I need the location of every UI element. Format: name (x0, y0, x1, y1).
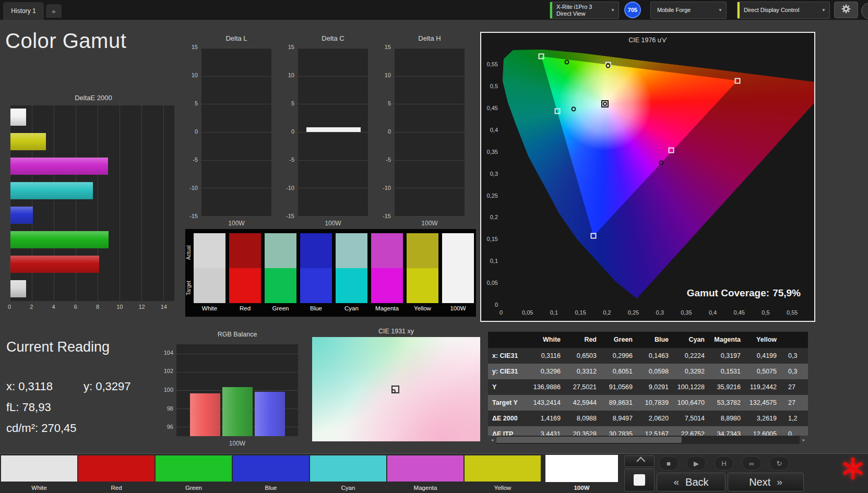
delta-gridline (395, 188, 465, 188)
meter-dropdown[interactable]: X-Rite i1Pro 3 Direct View ▼ (550, 2, 619, 19)
swatch-label: Green (265, 305, 296, 311)
table-cell: 34,7343 (709, 426, 745, 436)
delta-gridline (298, 188, 368, 188)
rgb-y-tick-label: 100 (163, 387, 173, 393)
measuring-asterisk-icon (841, 457, 864, 480)
delta-category-label: 100W (298, 220, 368, 227)
pattern-swatch-magenta[interactable]: Magenta (387, 455, 463, 493)
swatch-actual-color (265, 233, 296, 268)
next-button[interactable]: Next » (728, 473, 804, 491)
chevron-down-icon: ▼ (611, 8, 615, 13)
deltae-x-tick-label: 4 (49, 304, 59, 310)
cie-y-tick-label: 0,1 (482, 258, 498, 264)
swatch-label: 100W (442, 305, 474, 311)
pattern-window-button[interactable] (624, 468, 655, 491)
delta-gridline (201, 48, 271, 49)
settings-button[interactable] (834, 2, 858, 18)
reading-lum-value: 270,45 (41, 422, 76, 435)
table-cell: 3,2619 (745, 411, 781, 426)
delta-y-tick-label: -15 (283, 213, 294, 219)
cie-x-tick-label: 0,5 (756, 309, 775, 316)
pattern-h-button[interactable]: H (714, 456, 734, 471)
refresh-button[interactable]: ↻ (769, 456, 789, 471)
delta-gridline (395, 160, 465, 161)
table-cell: 100,6470 (673, 395, 709, 411)
pattern-swatch-yellow[interactable]: Yellow (465, 455, 541, 493)
continuous-icon: ∞ (749, 460, 754, 467)
play-button[interactable]: ▶ (686, 456, 706, 471)
scroll-left-button[interactable]: ◂ (488, 436, 496, 444)
table-cell-partial: 1,2 (781, 411, 808, 426)
stop-button[interactable]: ■ (659, 456, 679, 471)
delta-gridline (201, 104, 271, 104)
strip-swatch-yellow: Yellow (407, 233, 438, 316)
delta-chart-plot (298, 47, 368, 217)
next-button-label: Next (749, 476, 770, 488)
delta-gridline (395, 48, 465, 49)
deltae-x-axis: 02468101214 (7, 304, 180, 312)
pattern-swatch-color (1, 455, 77, 482)
pattern-swatch-blue[interactable]: Blue (233, 455, 309, 493)
table-cell: 0,3292 (673, 364, 709, 379)
reading-lum-label: cd/m²: (6, 422, 38, 435)
table-column-header: Blue (637, 332, 673, 348)
expand-panel-button[interactable] (624, 455, 655, 467)
delta-y-tick-label: 0 (283, 128, 294, 135)
scrollbar-thumb[interactable] (496, 437, 682, 443)
rgb-bar-red (190, 393, 220, 436)
table-cell-partial: 27 (781, 379, 808, 395)
play-icon: ▶ (694, 460, 699, 467)
delta-gridline (395, 104, 465, 104)
delta-gridline (298, 160, 368, 161)
strip-swatch-100w: 100W (442, 233, 474, 316)
reading-fl: fL: 78,93 (6, 401, 51, 414)
delta-chart-title: Delta H (394, 34, 465, 42)
gamut-coverage-readout: Gamut Coverage:75,9% (684, 287, 801, 299)
tab-history-1[interactable]: History 1 (3, 2, 44, 20)
pattern-swatch-red[interactable]: Red (78, 455, 154, 493)
cie-x-tick-label: 0,3 (650, 309, 669, 316)
nav-circle-button[interactable]: ‹ (861, 3, 868, 19)
table-cell: 132,4575 (745, 395, 781, 411)
pattern-swatch-label: Green (156, 485, 232, 491)
add-tab-button[interactable]: + (46, 4, 62, 18)
cie-y-tick-label: 0,35 (482, 149, 498, 155)
pattern-size-badge[interactable]: 705 (624, 2, 641, 18)
cie-x-tick-label: 0 (492, 309, 510, 316)
pattern-swatch-label: Yellow (465, 485, 541, 491)
delta-y-tick-label: -15 (186, 213, 198, 219)
table-horizontal-scrollbar[interactable]: ◂ ▸ (488, 436, 808, 444)
continuous-button[interactable]: ∞ (742, 456, 762, 471)
deltae-x-tick-label: 12 (137, 304, 147, 310)
page-title: Color Gamut (5, 29, 126, 53)
tab-history-label: History 1 (11, 7, 35, 15)
pattern-swatch-white[interactable]: White (1, 455, 77, 493)
measurement-table-panel: WhiteRedGreenBlueCyanMagentaYellowx: CIE… (488, 332, 808, 444)
reading-x-value: 0,3118 (18, 380, 53, 393)
delta-gridline (201, 188, 271, 188)
swatch-label: Blue (300, 305, 332, 311)
delta-y-tick-label: 5 (186, 100, 198, 106)
rgb-balance-title: RGB Balance (176, 331, 299, 338)
cie-x-tick-label: 0,2 (598, 309, 616, 316)
delta-gridline (395, 216, 465, 217)
pattern-swatch-100w[interactable]: 100W (546, 455, 617, 493)
table-cell: 0,1463 (637, 348, 673, 364)
scroll-right-button[interactable]: ▸ (800, 436, 808, 444)
strip-swatch-blue: Blue (300, 233, 332, 316)
deltae-bar-blue (10, 207, 33, 224)
display-control-dropdown[interactable]: Direct Display Control ▼ (737, 2, 830, 19)
cie-y-tick-label: 0,2 (482, 214, 498, 220)
deltae-bar-100w (10, 280, 26, 297)
delta-y-tick-label: 5 (379, 100, 391, 106)
table-row: Target Y143,241442,594489,863110,7839100… (488, 395, 808, 411)
delta-gridline (298, 48, 368, 49)
meter-mode: Direct View (556, 10, 592, 17)
table-cell: 8,9497 (601, 411, 637, 426)
triangle-right-icon: ▸ (803, 437, 805, 442)
back-button[interactable]: « Back (657, 473, 726, 491)
pattern-swatch-green[interactable]: Green (156, 455, 232, 493)
pattern-swatch-cyan[interactable]: Cyan (310, 455, 386, 493)
cie-y-tick-label: 0,25 (482, 193, 498, 199)
pattern-source-dropdown[interactable]: Mobile Forge ▼ (650, 2, 727, 19)
